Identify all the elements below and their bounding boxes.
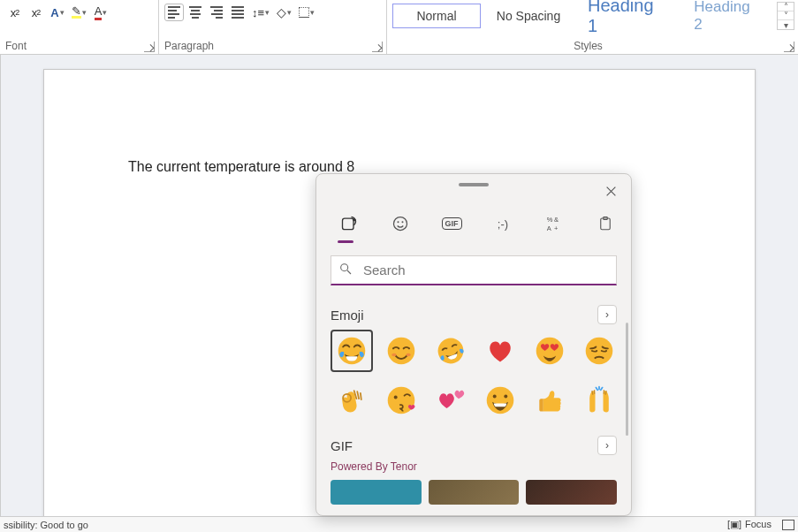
picker-scrollbar[interactable]	[626, 323, 628, 436]
line-spacing-button[interactable]: ↕≡▾	[249, 2, 272, 23]
picker-scroll-area: Emoji ›	[316, 298, 631, 515]
styles-group-label: Styles	[574, 40, 603, 52]
align-center-button[interactable]	[186, 2, 205, 23]
section-gif-title: GIF	[331, 438, 353, 453]
shading-button[interactable]: ◇▾	[274, 2, 294, 23]
read-mode-icon[interactable]	[782, 520, 794, 530]
svg-text:%: %	[547, 216, 553, 224]
align-right-button[interactable]	[207, 2, 226, 23]
styles-more-icon[interactable]: ▾	[778, 20, 794, 29]
svg-point-21	[394, 395, 398, 399]
search-input[interactable]	[363, 262, 609, 277]
style-heading-2[interactable]: Heading 2	[682, 4, 773, 28]
highlight-color-button[interactable]: ✎▾	[69, 2, 89, 23]
search-field[interactable]	[331, 255, 617, 285]
gif-thumb-3[interactable]	[526, 480, 617, 505]
emoji-ok-hand[interactable]	[331, 379, 373, 422]
section-emoji-title: Emoji	[331, 308, 364, 323]
ribbon-group-styles: Normal No Spacing Heading 1 Heading 2 ˄ …	[387, 0, 798, 54]
align-left-button[interactable]	[164, 4, 184, 21]
style-heading-1[interactable]: Heading 1	[576, 4, 679, 28]
svg-point-24	[504, 395, 507, 399]
svg-text:+: +	[554, 224, 559, 232]
align-justify-button[interactable]	[228, 2, 247, 23]
svg-point-1	[394, 217, 407, 231]
close-button[interactable]	[601, 181, 620, 201]
svg-point-18	[586, 338, 613, 365]
styles-down-icon[interactable]: ˅	[778, 11, 794, 20]
svg-text:A: A	[547, 224, 551, 232]
powered-by-tenor: Powered By Tenor	[331, 460, 617, 473]
emoji-two-hearts[interactable]	[429, 379, 472, 422]
emoji-picker: GIF ;-) %&A+ Emoji ›	[315, 173, 632, 516]
focus-mode-button[interactable]: [▣]Focus	[727, 519, 771, 530]
emoji-grid	[331, 330, 617, 422]
tab-emoji[interactable]	[385, 211, 415, 236]
svg-text:&: &	[554, 216, 559, 224]
tab-gif[interactable]: GIF	[437, 211, 467, 236]
svg-point-13	[388, 338, 415, 365]
emoji-face-with-tears-of-joy[interactable]	[331, 330, 373, 372]
emoji-heart-eyes[interactable]	[528, 330, 571, 372]
tab-recent[interactable]	[334, 211, 364, 236]
picker-tabs: GIF ;-) %&A+	[334, 211, 620, 236]
emoji-expand-button[interactable]: ›	[597, 305, 617, 324]
gif-thumb-1[interactable]	[331, 480, 422, 505]
emoji-smiling-face[interactable]	[380, 330, 422, 372]
ribbon-group-font: x2 x2 A▾ ✎▾ A▾ Font	[0, 0, 159, 54]
emoji-raising-hands[interactable]	[578, 379, 620, 422]
emoji-pensive-face[interactable]	[578, 330, 620, 372]
svg-point-3	[402, 221, 404, 223]
tab-symbols[interactable]: %&A+	[539, 211, 569, 236]
font-group-label: Font	[5, 40, 27, 52]
gif-row	[331, 480, 617, 505]
svg-point-10	[341, 263, 348, 270]
emoji-rolling-on-floor-laughing[interactable]	[429, 330, 472, 372]
style-no-spacing[interactable]: No Spacing	[484, 4, 573, 28]
accessibility-status: ssibility: Good to go	[4, 520, 88, 530]
tab-clipboard[interactable]	[590, 211, 620, 236]
borders-button[interactable]: ▾	[296, 2, 317, 23]
font-dialog-launcher[interactable]	[144, 42, 155, 52]
emoji-grinning-face[interactable]	[479, 379, 521, 422]
emoji-face-blowing-kiss[interactable]	[380, 379, 422, 422]
svg-line-11	[347, 270, 351, 274]
search-icon	[338, 262, 353, 279]
emoji-red-heart[interactable]	[479, 330, 521, 372]
ribbon: x2 x2 A▾ ✎▾ A▾ Font ↕≡▾ ◇▾ ▾ Paragraph	[0, 0, 798, 55]
svg-point-23	[493, 395, 497, 399]
svg-point-14	[391, 353, 396, 357]
paragraph-dialog-launcher[interactable]	[372, 42, 383, 52]
ribbon-group-paragraph: ↕≡▾ ◇▾ ▾ Paragraph	[159, 0, 387, 54]
style-normal[interactable]: Normal	[392, 4, 481, 28]
subscript-button[interactable]: x2	[5, 2, 25, 23]
superscript-button[interactable]: x2	[27, 2, 46, 23]
styles-dialog-launcher[interactable]	[784, 42, 794, 52]
drag-handle-icon[interactable]	[459, 183, 489, 186]
svg-rect-0	[343, 218, 354, 229]
svg-point-2	[398, 221, 399, 223]
svg-point-15	[406, 353, 410, 357]
style-gallery-scroll[interactable]: ˄ ˅ ▾	[777, 2, 794, 30]
tab-kaomoji[interactable]: ;-)	[488, 211, 518, 236]
gif-thumb-2[interactable]	[429, 480, 520, 505]
text-effects-button[interactable]: A▾	[48, 2, 67, 23]
gif-expand-button[interactable]: ›	[597, 436, 617, 455]
paragraph-group-label: Paragraph	[164, 40, 214, 52]
font-color-button[interactable]: A▾	[91, 2, 110, 23]
status-bar: ssibility: Good to go [▣]Focus	[0, 516, 798, 532]
emoji-thumbs-up[interactable]	[528, 379, 571, 422]
